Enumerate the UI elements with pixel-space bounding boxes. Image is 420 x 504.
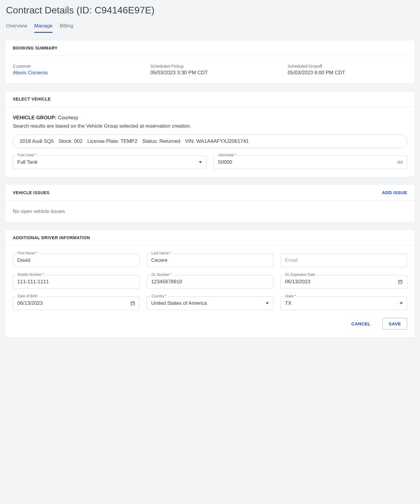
- chevron-down-icon: [199, 161, 202, 163]
- driver-info-card: ADDITIONAL DRIVER INFORMATION First Name…: [5, 230, 415, 338]
- select-vehicle-header: SELECT VEHICLE: [5, 91, 415, 107]
- chevron-down-icon: [266, 302, 269, 304]
- tab-overview[interactable]: Overview: [6, 23, 27, 33]
- last-name-label: Last Name *: [150, 251, 172, 255]
- vehicle-group-value: Courtesy: [58, 115, 78, 120]
- dl-number-input[interactable]: [151, 279, 269, 285]
- svg-rect-4: [131, 302, 135, 305]
- chevron-down-icon: [400, 302, 403, 304]
- state-select[interactable]: TX: [280, 296, 407, 310]
- odometer-input[interactable]: [218, 159, 395, 165]
- vehicle-plate: License Plate: TEMP2: [87, 138, 138, 144]
- calendar-icon: [130, 301, 135, 306]
- fuel-level-select[interactable]: Full Tank: [13, 155, 206, 169]
- odometer-unit: mi: [397, 159, 403, 165]
- vehicle-issues-header: VEHICLE ISSUES: [13, 190, 50, 195]
- dl-exp-value: 06/13/2023: [285, 279, 310, 285]
- select-vehicle-card: SELECT VEHICLE VEHICLE GROUP: Courtesy S…: [5, 91, 415, 177]
- svg-rect-0: [399, 280, 402, 284]
- first-name-input[interactable]: [17, 257, 135, 263]
- tab-bar: Overview Manage Billing: [5, 23, 415, 33]
- vehicle-issues-card: VEHICLE ISSUES ADD ISSUE No open vehicle…: [5, 184, 415, 222]
- vehicle-model: 2018 Audi SQ5: [20, 138, 54, 144]
- vehicle-group-label: VEHICLE GROUP:: [13, 115, 56, 120]
- pickup-label: Scheduled Pickup: [150, 64, 270, 69]
- no-issues-text: No open vehicle issues: [13, 208, 407, 214]
- booking-summary-card: BOOKING SUMMARY Customer Alexis Cisneros…: [5, 40, 415, 84]
- fuel-level-label: Fuel Level *: [16, 153, 38, 157]
- dl-exp-label: DL Expiration Date: [284, 273, 316, 277]
- odometer-label: Odometer *: [217, 153, 238, 157]
- last-name-input[interactable]: [151, 257, 269, 263]
- state-value: TX: [285, 300, 291, 306]
- dl-number-label: DL Number *: [150, 273, 173, 277]
- odometer-input-wrapper: mi: [214, 155, 407, 169]
- add-issue-button[interactable]: ADD ISSUE: [382, 190, 407, 195]
- mobile-input[interactable]: [17, 279, 135, 285]
- dob-value: 06/13/2023: [17, 300, 43, 306]
- email-input[interactable]: [285, 257, 403, 263]
- state-label: State *: [284, 294, 297, 298]
- fuel-level-value: Full Tank: [17, 159, 38, 165]
- booking-summary-header: BOOKING SUMMARY: [5, 40, 415, 56]
- customer-link[interactable]: Alexis Cisneros: [13, 70, 132, 76]
- vehicle-vin: VIN: WA1A4AFYXJ2061741: [185, 138, 249, 144]
- driver-info-header: ADDITIONAL DRIVER INFORMATION: [5, 230, 415, 246]
- customer-label: Customer: [13, 64, 132, 69]
- tab-manage[interactable]: Manage: [34, 23, 52, 33]
- vehicle-status: Status: Returned: [142, 138, 180, 144]
- mobile-label: Mobile Number *: [16, 273, 45, 277]
- country-select[interactable]: United States of America: [147, 296, 274, 310]
- dob-input-wrapper[interactable]: 06/13/2023: [13, 296, 140, 310]
- cancel-button[interactable]: CANCEL: [345, 318, 376, 329]
- calendar-icon: [398, 279, 403, 284]
- dropoff-label: Scheduled Dropoff: [288, 64, 407, 69]
- page-title: Contract Details (ID: C94146E97E): [5, 5, 415, 16]
- country-value: United States of America: [151, 300, 207, 306]
- save-button[interactable]: SAVE: [382, 318, 407, 330]
- tab-billing[interactable]: Billing: [60, 23, 73, 33]
- pickup-value: 05/03/2023 3:30 PM CDT: [150, 70, 270, 76]
- first-name-label: First Name *: [16, 251, 39, 255]
- vehicle-stock: Stock: 002: [58, 138, 82, 144]
- dropoff-value: 05/03/2023 6:00 PM CDT: [288, 70, 407, 76]
- vehicle-group: VEHICLE GROUP: Courtesy: [13, 115, 407, 121]
- vehicle-hint: Search results are based on the Vehicle …: [13, 123, 407, 129]
- vehicle-select-pill[interactable]: 2018 Audi SQ5 Stock: 002 License Plate: …: [13, 134, 407, 148]
- country-label: Country *: [150, 294, 168, 298]
- dob-label: Date of Birth: [16, 294, 39, 298]
- dl-exp-input-wrapper[interactable]: 06/13/2023: [280, 275, 407, 289]
